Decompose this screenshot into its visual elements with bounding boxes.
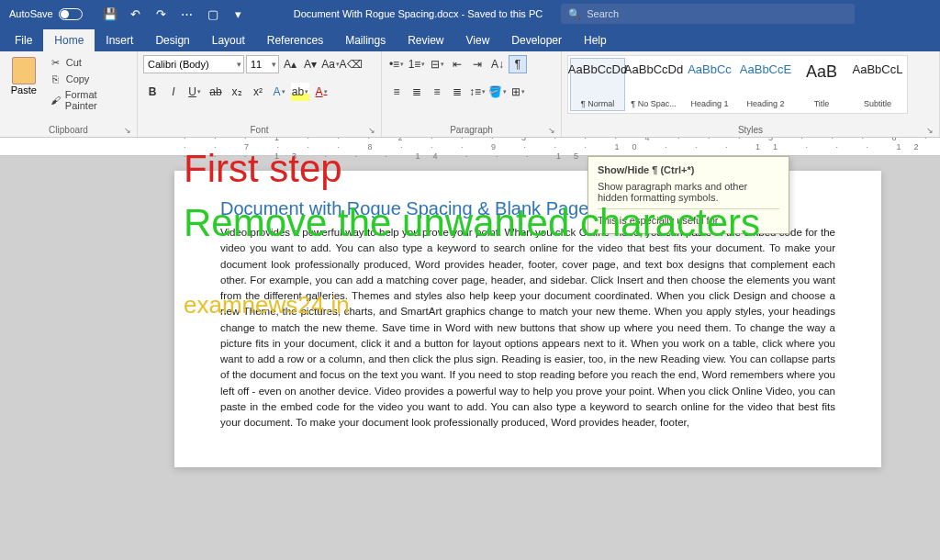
horizontal-ruler[interactable]: · · · 1 · · · 2 · · · 3 · · · 4 · · · 5 … bbox=[0, 138, 940, 156]
shading-button[interactable]: 🪣 bbox=[488, 83, 507, 101]
customize-icon[interactable]: ▾ bbox=[229, 5, 248, 23]
styles-gallery[interactable]: AaBbCcDd¶ Normal AaBbCcDd¶ No Spac... Aa… bbox=[567, 55, 908, 114]
autosave-label: AutoSave bbox=[9, 8, 53, 19]
tooltip-body2: This is especially useful for bbox=[598, 215, 779, 226]
paste-button[interactable]: Paste bbox=[6, 55, 42, 124]
bullets-button[interactable]: •≡ bbox=[387, 55, 406, 73]
autosave-toggle[interactable] bbox=[59, 8, 83, 20]
bold-button[interactable]: B bbox=[143, 83, 162, 101]
tab-home[interactable]: Home bbox=[43, 29, 95, 51]
paragraph-dialog-launcher[interactable]: ↘ bbox=[548, 126, 555, 135]
brush-icon: 🖌 bbox=[50, 94, 62, 106]
show-hide-button[interactable]: ¶ bbox=[509, 55, 527, 73]
group-label-styles: Styles bbox=[738, 125, 763, 135]
redo-icon[interactable]: ↷ bbox=[152, 5, 171, 23]
change-case-button[interactable]: Aa bbox=[321, 55, 340, 73]
font-color-button[interactable]: A bbox=[312, 83, 330, 101]
align-right-button[interactable]: ≡ bbox=[428, 83, 446, 101]
format-painter-button[interactable]: 🖌Format Painter bbox=[46, 88, 131, 112]
copy-button[interactable]: ⎘Copy bbox=[46, 72, 131, 86]
qat-icon[interactable]: ▢ bbox=[204, 5, 222, 23]
tooltip-title: Show/Hide ¶ (Ctrl+*) bbox=[598, 164, 779, 175]
style-no-spacing[interactable]: AaBbCcDd¶ No Spac... bbox=[626, 58, 681, 111]
copy-icon: ⎘ bbox=[50, 73, 62, 85]
subscript-button[interactable]: x₂ bbox=[228, 83, 246, 101]
strikethrough-button[interactable]: ab bbox=[207, 83, 225, 101]
document-title: Document With Rogue Spacing.docx - Saved… bbox=[257, 8, 561, 19]
ribbon-tabs: File Home Insert Design Layout Reference… bbox=[0, 28, 940, 51]
grow-font-button[interactable]: A▴ bbox=[281, 55, 299, 73]
tab-mailings[interactable]: Mailings bbox=[334, 29, 397, 51]
highlight-button[interactable]: ab bbox=[291, 83, 309, 101]
save-icon[interactable]: 💾 bbox=[101, 5, 119, 23]
tab-insert[interactable]: Insert bbox=[95, 29, 144, 51]
cut-button[interactable]: ✂Cut bbox=[46, 55, 131, 70]
borders-button[interactable]: ⊞ bbox=[509, 83, 527, 101]
search-input[interactable] bbox=[587, 8, 847, 19]
style-heading1[interactable]: AaBbCcHeading 1 bbox=[682, 58, 737, 111]
style-title[interactable]: AaBTitle bbox=[794, 58, 849, 111]
shrink-font-button[interactable]: A▾ bbox=[301, 55, 319, 73]
align-center-button[interactable]: ≣ bbox=[408, 83, 426, 101]
search-icon: 🔍 bbox=[568, 8, 581, 20]
tab-review[interactable]: Review bbox=[397, 29, 454, 51]
underline-button[interactable]: U bbox=[185, 83, 204, 101]
tab-design[interactable]: Design bbox=[144, 29, 200, 51]
increase-indent-button[interactable]: ⇥ bbox=[468, 55, 487, 73]
font-family-combo[interactable]: Calibri (Body) bbox=[143, 55, 244, 73]
superscript-button[interactable]: x² bbox=[249, 83, 267, 101]
decrease-indent-button[interactable]: ⇤ bbox=[448, 55, 466, 73]
group-label-clipboard: Clipboard bbox=[49, 125, 88, 135]
sort-button[interactable]: A↓ bbox=[488, 55, 507, 73]
style-normal[interactable]: AaBbCcDd¶ Normal bbox=[570, 58, 625, 111]
clipboard-icon bbox=[12, 57, 36, 84]
tab-layout[interactable]: Layout bbox=[201, 29, 256, 51]
numbering-button[interactable]: 1≡ bbox=[408, 55, 426, 73]
group-label-paragraph: Paragraph bbox=[450, 125, 493, 135]
style-subtitle[interactable]: AaBbCcLSubtitle bbox=[850, 58, 905, 111]
tooltip-body: Show paragraph marks and other hidden fo… bbox=[598, 181, 779, 203]
justify-button[interactable]: ≣ bbox=[448, 83, 466, 101]
group-label-font: Font bbox=[250, 125, 268, 135]
tab-file[interactable]: File bbox=[4, 29, 43, 51]
show-hide-tooltip: Show/Hide ¶ (Ctrl+*) Show paragraph mark… bbox=[588, 156, 789, 234]
document-body[interactable]: Video provides a powerful way to help yo… bbox=[220, 225, 835, 431]
style-heading2[interactable]: AaBbCcEHeading 2 bbox=[738, 58, 793, 111]
qat-icon[interactable]: ⋯ bbox=[178, 5, 196, 23]
multilevel-list-button[interactable]: ⊟ bbox=[428, 55, 446, 73]
font-size-combo[interactable]: 11 bbox=[246, 55, 279, 73]
search-box[interactable]: 🔍 bbox=[561, 4, 855, 24]
line-spacing-button[interactable]: ↕≡ bbox=[468, 83, 487, 101]
font-dialog-launcher[interactable]: ↘ bbox=[368, 126, 375, 135]
tab-references[interactable]: References bbox=[256, 29, 334, 51]
text-effects-button[interactable]: A bbox=[270, 83, 288, 101]
tab-help[interactable]: Help bbox=[573, 29, 618, 51]
scissors-icon: ✂ bbox=[50, 56, 62, 69]
align-left-button[interactable]: ≡ bbox=[387, 83, 406, 101]
document-workspace: · · · 1 · · · 2 · · · 3 · · · 4 · · · 5 … bbox=[0, 138, 940, 560]
clipboard-dialog-launcher[interactable]: ↘ bbox=[124, 126, 131, 135]
paste-label: Paste bbox=[11, 84, 37, 95]
styles-dialog-launcher[interactable]: ↘ bbox=[926, 126, 934, 135]
tab-view[interactable]: View bbox=[455, 29, 501, 51]
clear-formatting-button[interactable]: A⌫ bbox=[341, 55, 360, 73]
undo-icon[interactable]: ↶ bbox=[127, 5, 145, 23]
tab-developer[interactable]: Developer bbox=[500, 29, 573, 51]
italic-button[interactable]: I bbox=[164, 83, 183, 101]
